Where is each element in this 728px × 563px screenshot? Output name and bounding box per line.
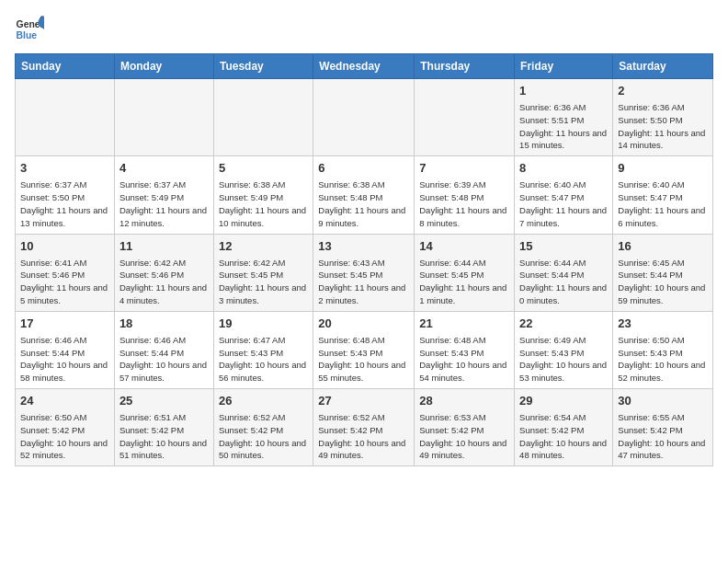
calendar-cell: 7Sunrise: 6:39 AM Sunset: 5:48 PM Daylig…	[415, 156, 515, 234]
week-row-3: 10Sunrise: 6:41 AM Sunset: 5:46 PM Dayli…	[16, 234, 713, 311]
header-day-saturday: Saturday	[613, 54, 713, 79]
header-day-thursday: Thursday	[415, 54, 515, 79]
day-info: Sunrise: 6:47 AM Sunset: 5:43 PM Dayligh…	[219, 334, 308, 385]
calendar-cell	[213, 79, 313, 156]
calendar-header-row: SundayMondayTuesdayWednesdayThursdayFrid…	[16, 54, 713, 79]
calendar-cell: 27Sunrise: 6:52 AM Sunset: 5:42 PM Dayli…	[313, 389, 415, 466]
calendar-cell	[415, 79, 515, 156]
calendar-cell: 16Sunrise: 6:45 AM Sunset: 5:44 PM Dayli…	[613, 234, 713, 311]
day-number: 23	[618, 316, 708, 332]
day-info: Sunrise: 6:52 AM Sunset: 5:42 PM Dayligh…	[219, 411, 308, 462]
calendar-cell: 18Sunrise: 6:46 AM Sunset: 5:44 PM Dayli…	[114, 311, 213, 388]
day-info: Sunrise: 6:40 AM Sunset: 5:47 PM Dayligh…	[618, 178, 708, 229]
calendar-cell	[16, 79, 115, 156]
day-number: 21	[419, 316, 509, 332]
calendar-cell: 10Sunrise: 6:41 AM Sunset: 5:46 PM Dayli…	[16, 234, 115, 311]
calendar-cell: 12Sunrise: 6:42 AM Sunset: 5:45 PM Dayli…	[213, 234, 313, 311]
day-info: Sunrise: 6:52 AM Sunset: 5:42 PM Dayligh…	[318, 411, 409, 462]
day-info: Sunrise: 6:50 AM Sunset: 5:42 PM Dayligh…	[20, 411, 109, 462]
day-number: 8	[519, 160, 608, 177]
day-number: 24	[20, 393, 109, 409]
day-info: Sunrise: 6:46 AM Sunset: 5:44 PM Dayligh…	[119, 334, 209, 385]
day-info: Sunrise: 6:55 AM Sunset: 5:42 PM Dayligh…	[618, 411, 708, 462]
header-day-friday: Friday	[515, 54, 613, 79]
calendar-cell: 3Sunrise: 6:37 AM Sunset: 5:50 PM Daylig…	[16, 156, 115, 234]
day-number: 5	[219, 160, 308, 177]
day-number: 6	[318, 160, 409, 177]
day-number: 11	[119, 238, 209, 255]
day-info: Sunrise: 6:45 AM Sunset: 5:44 PM Dayligh…	[618, 257, 708, 307]
calendar-cell	[313, 79, 415, 156]
day-number: 20	[318, 316, 409, 332]
day-number: 30	[618, 393, 708, 409]
header-day-sunday: Sunday	[16, 54, 115, 79]
day-info: Sunrise: 6:49 AM Sunset: 5:43 PM Dayligh…	[519, 334, 608, 385]
header-day-wednesday: Wednesday	[313, 54, 415, 79]
day-info: Sunrise: 6:48 AM Sunset: 5:43 PM Dayligh…	[318, 334, 409, 385]
day-info: Sunrise: 6:46 AM Sunset: 5:44 PM Dayligh…	[20, 334, 109, 385]
day-number: 15	[519, 238, 608, 255]
day-number: 10	[20, 238, 109, 255]
day-number: 16	[618, 238, 708, 255]
day-info: Sunrise: 6:40 AM Sunset: 5:47 PM Dayligh…	[519, 178, 608, 229]
calendar-cell: 19Sunrise: 6:47 AM Sunset: 5:43 PM Dayli…	[213, 311, 313, 388]
day-info: Sunrise: 6:53 AM Sunset: 5:42 PM Dayligh…	[419, 411, 509, 462]
day-number: 1	[519, 83, 608, 99]
logo-icon: General Blue	[15, 15, 44, 44]
day-number: 27	[318, 393, 409, 409]
day-number: 7	[419, 160, 509, 177]
calendar-cell: 8Sunrise: 6:40 AM Sunset: 5:47 PM Daylig…	[515, 156, 613, 234]
calendar-cell: 13Sunrise: 6:43 AM Sunset: 5:45 PM Dayli…	[313, 234, 415, 311]
day-info: Sunrise: 6:41 AM Sunset: 5:46 PM Dayligh…	[20, 257, 109, 307]
day-number: 18	[119, 316, 209, 332]
day-info: Sunrise: 6:38 AM Sunset: 5:49 PM Dayligh…	[219, 178, 308, 229]
day-number: 17	[20, 316, 109, 332]
calendar-cell: 28Sunrise: 6:53 AM Sunset: 5:42 PM Dayli…	[415, 389, 515, 466]
calendar-cell: 5Sunrise: 6:38 AM Sunset: 5:49 PM Daylig…	[213, 156, 313, 234]
day-number: 9	[618, 160, 708, 177]
calendar-cell: 2Sunrise: 6:36 AM Sunset: 5:50 PM Daylig…	[613, 79, 713, 156]
calendar-table: SundayMondayTuesdayWednesdayThursdayFrid…	[15, 53, 713, 466]
calendar-cell: 29Sunrise: 6:54 AM Sunset: 5:42 PM Dayli…	[515, 389, 613, 466]
day-number: 13	[318, 238, 409, 255]
svg-text:Blue: Blue	[17, 30, 38, 40]
calendar-cell: 14Sunrise: 6:44 AM Sunset: 5:45 PM Dayli…	[415, 234, 515, 311]
day-info: Sunrise: 6:42 AM Sunset: 5:45 PM Dayligh…	[219, 257, 308, 307]
day-info: Sunrise: 6:44 AM Sunset: 5:45 PM Dayligh…	[419, 257, 509, 307]
calendar-cell: 23Sunrise: 6:50 AM Sunset: 5:43 PM Dayli…	[613, 311, 713, 388]
day-number: 25	[119, 393, 209, 409]
day-info: Sunrise: 6:44 AM Sunset: 5:44 PM Dayligh…	[519, 257, 608, 307]
week-row-5: 24Sunrise: 6:50 AM Sunset: 5:42 PM Dayli…	[16, 389, 713, 466]
day-info: Sunrise: 6:50 AM Sunset: 5:43 PM Dayligh…	[618, 334, 708, 385]
day-info: Sunrise: 6:54 AM Sunset: 5:42 PM Dayligh…	[519, 411, 608, 462]
day-info: Sunrise: 6:48 AM Sunset: 5:43 PM Dayligh…	[419, 334, 509, 385]
day-number: 28	[419, 393, 509, 409]
calendar-cell: 4Sunrise: 6:37 AM Sunset: 5:49 PM Daylig…	[114, 156, 213, 234]
calendar-cell: 20Sunrise: 6:48 AM Sunset: 5:43 PM Dayli…	[313, 311, 415, 388]
calendar-cell: 9Sunrise: 6:40 AM Sunset: 5:47 PM Daylig…	[613, 156, 713, 234]
day-info: Sunrise: 6:38 AM Sunset: 5:48 PM Dayligh…	[318, 178, 409, 229]
calendar-cell: 6Sunrise: 6:38 AM Sunset: 5:48 PM Daylig…	[313, 156, 415, 234]
calendar-cell: 30Sunrise: 6:55 AM Sunset: 5:42 PM Dayli…	[613, 389, 713, 466]
day-info: Sunrise: 6:36 AM Sunset: 5:51 PM Dayligh…	[519, 101, 608, 152]
day-number: 2	[618, 83, 708, 99]
calendar-cell: 1Sunrise: 6:36 AM Sunset: 5:51 PM Daylig…	[515, 79, 613, 156]
day-info: Sunrise: 6:42 AM Sunset: 5:46 PM Dayligh…	[119, 257, 209, 307]
header-day-monday: Monday	[114, 54, 213, 79]
day-number: 26	[219, 393, 308, 409]
day-number: 29	[519, 393, 608, 409]
main-container: General Blue SundayMondayTuesdayWednesda…	[0, 0, 728, 476]
calendar-cell: 25Sunrise: 6:51 AM Sunset: 5:42 PM Dayli…	[114, 389, 213, 466]
calendar-cell: 17Sunrise: 6:46 AM Sunset: 5:44 PM Dayli…	[16, 311, 115, 388]
day-number: 22	[519, 316, 608, 332]
week-row-4: 17Sunrise: 6:46 AM Sunset: 5:44 PM Dayli…	[16, 311, 713, 388]
day-info: Sunrise: 6:51 AM Sunset: 5:42 PM Dayligh…	[119, 411, 209, 462]
day-number: 3	[20, 160, 109, 177]
week-row-1: 1Sunrise: 6:36 AM Sunset: 5:51 PM Daylig…	[16, 79, 713, 156]
header-day-tuesday: Tuesday	[213, 54, 313, 79]
day-info: Sunrise: 6:43 AM Sunset: 5:45 PM Dayligh…	[318, 257, 409, 307]
calendar-cell: 24Sunrise: 6:50 AM Sunset: 5:42 PM Dayli…	[16, 389, 115, 466]
calendar-cell	[114, 79, 213, 156]
day-info: Sunrise: 6:39 AM Sunset: 5:48 PM Dayligh…	[419, 178, 509, 229]
day-info: Sunrise: 6:36 AM Sunset: 5:50 PM Dayligh…	[618, 101, 708, 152]
